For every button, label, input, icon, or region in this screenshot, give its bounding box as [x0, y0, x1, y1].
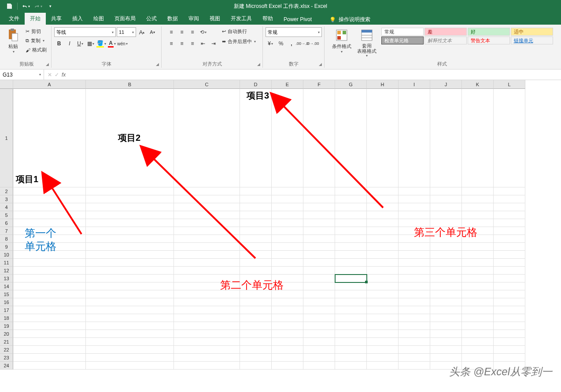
- cell-K23[interactable]: [462, 354, 494, 362]
- cell-F24[interactable]: [303, 362, 335, 370]
- cell-F6[interactable]: [303, 219, 335, 227]
- cell-G6[interactable]: [335, 219, 367, 227]
- tab-help[interactable]: 帮助: [257, 13, 278, 25]
- cell-K18[interactable]: [462, 314, 494, 322]
- align-center-button[interactable]: ≡: [177, 39, 187, 48]
- tab-formulas[interactable]: 公式: [141, 13, 162, 25]
- select-all-corner[interactable]: [0, 80, 13, 89]
- increase-indent-button[interactable]: ⇥: [209, 39, 218, 48]
- cell-F17[interactable]: [303, 306, 335, 314]
- cell-F18[interactable]: [303, 314, 335, 322]
- cell-E15[interactable]: [272, 290, 303, 298]
- cell-J14[interactable]: [430, 282, 462, 290]
- cell-B20[interactable]: [86, 330, 174, 338]
- cell-H10[interactable]: [367, 251, 399, 259]
- tab-draw[interactable]: 绘图: [88, 13, 109, 25]
- cell-A19[interactable]: [13, 322, 86, 330]
- cell-K22[interactable]: [462, 346, 494, 354]
- clipboard-launcher[interactable]: ◢: [44, 61, 50, 67]
- cell-C5[interactable]: [174, 211, 240, 219]
- cell-D11[interactable]: [240, 259, 272, 267]
- cell-L10[interactable]: [494, 251, 525, 259]
- cell-K1[interactable]: [462, 89, 494, 187]
- cell-F13[interactable]: [303, 275, 335, 282]
- cell-K12[interactable]: [462, 267, 494, 275]
- cell-K13[interactable]: [462, 275, 494, 282]
- cell-E4[interactable]: [272, 203, 303, 211]
- cell-H19[interactable]: [367, 322, 399, 330]
- cell-D1[interactable]: [240, 89, 272, 187]
- currency-button[interactable]: ¥▾: [266, 39, 275, 48]
- cell-D14[interactable]: [240, 282, 272, 290]
- cell-A1[interactable]: [13, 89, 86, 187]
- cell-C8[interactable]: [174, 235, 240, 243]
- row-header-14[interactable]: 14: [0, 282, 13, 290]
- cell-I17[interactable]: [399, 306, 430, 314]
- col-header-A[interactable]: A: [13, 80, 86, 89]
- cell-L5[interactable]: [494, 211, 525, 219]
- cell-E8[interactable]: [272, 235, 303, 243]
- redo-button[interactable]: ▾: [32, 1, 44, 11]
- cell-E19[interactable]: [272, 322, 303, 330]
- phonetic-button[interactable]: wén▾: [118, 39, 127, 48]
- cell-D22[interactable]: [240, 346, 272, 354]
- col-header-K[interactable]: K: [462, 80, 494, 89]
- cell-K21[interactable]: [462, 338, 494, 346]
- cell-J16[interactable]: [430, 298, 462, 306]
- align-bottom-button[interactable]: ≡: [188, 27, 197, 37]
- italic-button[interactable]: I: [65, 39, 74, 48]
- align-top-button[interactable]: ≡: [166, 27, 176, 37]
- cell-J10[interactable]: [430, 251, 462, 259]
- cell-B22[interactable]: [86, 346, 174, 354]
- format-painter-button[interactable]: 🖌格式刷: [24, 46, 48, 54]
- cell-I20[interactable]: [399, 330, 430, 338]
- cell-G9[interactable]: [335, 243, 367, 251]
- cancel-icon[interactable]: ✕: [48, 72, 52, 78]
- cell-E18[interactable]: [272, 314, 303, 322]
- cell-L17[interactable]: [494, 306, 525, 314]
- cell-A8[interactable]: [13, 235, 86, 243]
- cell-H11[interactable]: [367, 259, 399, 267]
- cell-D17[interactable]: [240, 306, 272, 314]
- font-size-combo[interactable]: ▾: [117, 27, 136, 37]
- cell-G1[interactable]: [335, 89, 367, 187]
- orientation-button[interactable]: ⟲▾: [198, 27, 208, 37]
- cell-B24[interactable]: [86, 362, 174, 370]
- cell-A23[interactable]: [13, 354, 86, 362]
- cell-J7[interactable]: [430, 227, 462, 235]
- cell-H15[interactable]: [367, 290, 399, 298]
- col-header-B[interactable]: B: [86, 80, 174, 89]
- tab-view[interactable]: 视图: [204, 13, 225, 25]
- cell-D12[interactable]: [240, 267, 272, 275]
- cell-I3[interactable]: [399, 195, 430, 203]
- cell-F1[interactable]: [303, 89, 335, 187]
- grow-font-button[interactable]: A▴: [137, 27, 147, 37]
- align-left-button[interactable]: ≡: [166, 39, 176, 48]
- cell-A11[interactable]: [13, 259, 86, 267]
- cell-J9[interactable]: [430, 243, 462, 251]
- cell-B10[interactable]: [86, 251, 174, 259]
- cell-G11[interactable]: [335, 259, 367, 267]
- cell-G10[interactable]: [335, 251, 367, 259]
- col-header-H[interactable]: H: [367, 80, 399, 89]
- cell-K7[interactable]: [462, 227, 494, 235]
- cell-E9[interactable]: [272, 243, 303, 251]
- cell-I12[interactable]: [399, 267, 430, 275]
- style-good[interactable]: 好: [468, 28, 510, 36]
- cell-G14[interactable]: [335, 282, 367, 290]
- format-table-button[interactable]: 套用 表格格式▾: [354, 27, 379, 59]
- tab-layout[interactable]: 页面布局: [109, 13, 141, 25]
- cell-J12[interactable]: [430, 267, 462, 275]
- cell-K2[interactable]: [462, 187, 494, 195]
- cell-J22[interactable]: [430, 346, 462, 354]
- cell-C20[interactable]: [174, 330, 240, 338]
- cell-D4[interactable]: [240, 203, 272, 211]
- cell-J15[interactable]: [430, 290, 462, 298]
- bold-button[interactable]: B: [54, 39, 64, 48]
- cell-F5[interactable]: [303, 211, 335, 219]
- cell-H6[interactable]: [367, 219, 399, 227]
- row-header-2[interactable]: 2: [0, 187, 13, 195]
- row-header-1[interactable]: 1: [0, 89, 13, 187]
- cell-E13[interactable]: [272, 275, 303, 282]
- cell-J4[interactable]: [430, 203, 462, 211]
